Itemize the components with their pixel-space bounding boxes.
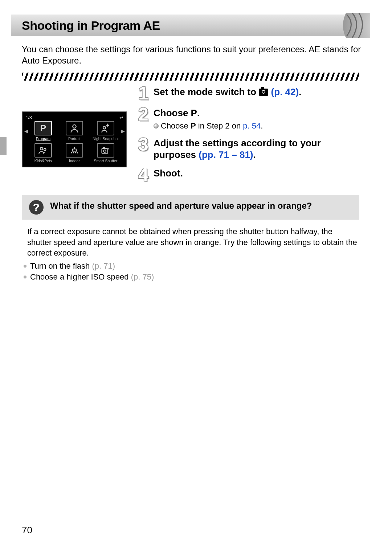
intro-text: You can choose the settings for various … — [11, 44, 370, 66]
steps-list: 1 Set the mode switch to (p. 42). 2 Choo… — [136, 86, 359, 188]
camera-mode-kids-icon — [34, 143, 52, 158]
tip-list: Turn on the flash (p. 71) Choose a highe… — [11, 258, 370, 282]
step-3-page-link[interactable]: (pp. 71 – 81) — [199, 149, 253, 160]
bullet-icon — [154, 123, 159, 129]
p-mode-icon: P — [191, 121, 196, 130]
step-number-3: 3 — [136, 137, 151, 152]
title-decoration — [327, 13, 370, 38]
camera-mode-menu-screenshot: 1/3 ↩ ◀ P Program Portrait — [22, 111, 127, 167]
hatched-divider — [22, 73, 359, 81]
page-side-tab — [0, 137, 7, 155]
tip-1-page-link[interactable]: (p. 71) — [92, 261, 115, 270]
svg-point-3 — [40, 147, 43, 150]
svg-rect-6 — [103, 147, 105, 149]
camera-mode-indoor: Indoor — [60, 143, 89, 163]
camera-icon — [259, 89, 268, 96]
camera-mode-p-icon: P — [34, 121, 52, 135]
p-mode-icon: P — [191, 107, 197, 118]
camera-mode-indoor-icon — [66, 143, 83, 158]
step-1-text: Set the mode switch to — [154, 86, 259, 97]
faq-callout: ? What if the shutter speed and aperture… — [22, 195, 359, 220]
step-3: 3 Adjust the settings according to your … — [136, 137, 359, 161]
camera-mode-night-snapshot: Night Snapshot — [91, 121, 120, 141]
svg-point-1 — [73, 125, 76, 128]
camera-mode-portrait: Portrait — [60, 121, 89, 141]
camera-left-arrow-icon: ◀ — [24, 128, 28, 134]
step-2: 2 Choose P. Choose P in Step 2 on p. 54. — [136, 107, 359, 131]
step-number-4: 4 — [136, 167, 151, 182]
tip-item: Turn on the flash (p. 71) — [24, 261, 358, 271]
camera-mode-kids-pets: Kids&Pets — [29, 143, 58, 163]
step-4-text: Shoot. — [154, 167, 183, 179]
camera-mode-portrait-icon — [66, 121, 83, 135]
step-1-page-link[interactable]: (p. 42) — [271, 86, 299, 97]
svg-point-4 — [44, 148, 46, 151]
camera-mode-night-icon — [97, 121, 114, 135]
tip-2-text: Choose a higher ISO speed — [30, 272, 131, 281]
page-number: 70 — [22, 525, 32, 536]
step-number-1: 1 — [136, 86, 151, 101]
camera-return-icon: ↩ — [119, 115, 123, 120]
faq-callout-text: What if the shutter speed and aperture v… — [50, 200, 312, 211]
tip-item: Choose a higher ISO speed (p. 75) — [24, 272, 358, 282]
question-icon: ? — [29, 200, 44, 215]
bullet-icon — [24, 276, 26, 278]
step-4: 4 Shoot. — [136, 167, 359, 182]
camera-mode-program: P Program — [29, 121, 58, 141]
camera-mode-smart-shutter: Smart Shutter — [91, 143, 120, 163]
camera-page-indicator: 1/3 — [26, 115, 32, 120]
tip-1-text: Turn on the flash — [30, 261, 92, 270]
step-2-page-link[interactable]: p. 54 — [243, 121, 261, 130]
step-2-text: Choose — [154, 107, 191, 118]
svg-point-7 — [103, 150, 106, 152]
camera-right-arrow-icon: ▶ — [121, 128, 124, 134]
tip-2-page-link[interactable]: (p. 75) — [131, 272, 154, 281]
explanation-text: If a correct exposure cannot be obtained… — [11, 226, 370, 258]
step-1: 1 Set the mode switch to (p. 42). — [136, 86, 359, 101]
section-heading: Shooting in Program AE — [22, 19, 160, 33]
bullet-icon — [24, 265, 26, 268]
step-2-sub-text: Choose — [161, 121, 191, 130]
camera-mode-smart-icon — [97, 143, 114, 158]
svg-point-2 — [103, 127, 106, 129]
section-title-bar: Shooting in Program AE — [11, 15, 370, 36]
step-number-2: 2 — [136, 107, 151, 122]
